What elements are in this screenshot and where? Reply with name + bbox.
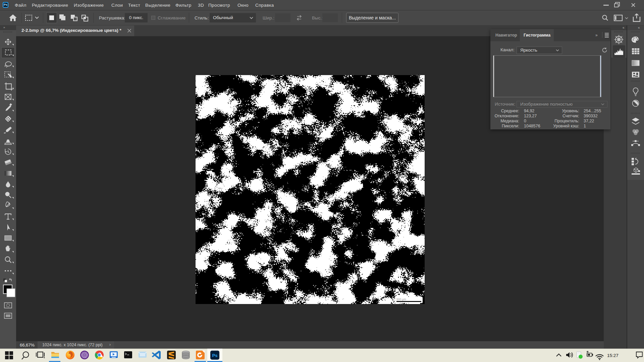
svg-text:Ps: Ps: [212, 353, 218, 358]
svg-text:15:27: 15:27: [607, 353, 619, 358]
